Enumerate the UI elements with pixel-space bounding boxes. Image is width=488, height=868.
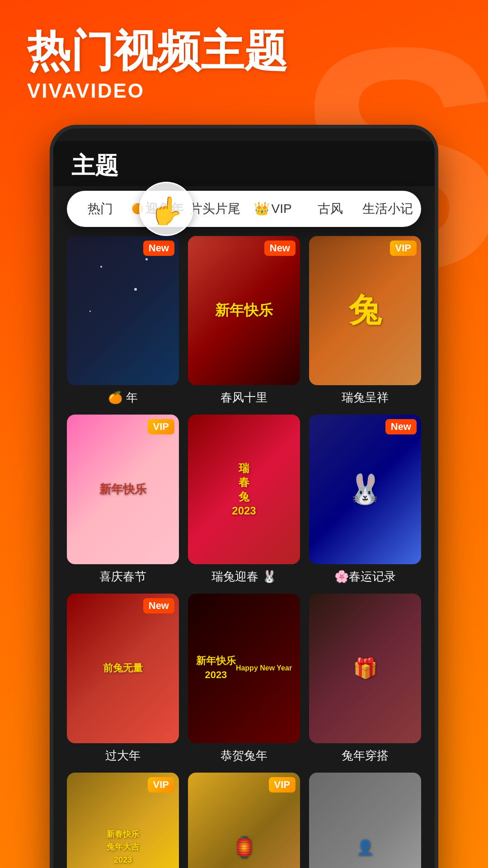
grid-item-12[interactable]: 👤 告别 2022 xyxy=(309,773,421,868)
item-label-8: 恭贺兔年 xyxy=(188,748,300,764)
grid-item-10[interactable]: 新春快乐兔年大吉2023 VIP 金兔贺岁 xyxy=(67,773,179,868)
tab-ancient[interactable]: 古风 xyxy=(301,191,359,227)
item-label-5: 瑞兔迎春 🐰 xyxy=(188,569,300,585)
tab-rabbit-icon: 🟠 xyxy=(131,203,144,215)
thumbnail-7: 前兔无量 New xyxy=(67,594,179,743)
grid-item-1[interactable]: New 🍊 年 xyxy=(67,236,179,406)
thumb-text-6: 🐰 xyxy=(309,415,421,564)
phone-inner: 主题 热门 🟠 迎兔年 片头片尾 👑 xyxy=(53,141,435,868)
tab-bar-wrapper: 热门 🟠 迎兔年 片头片尾 👑 VIP 古风 xyxy=(67,191,421,227)
badge-vip-3: VIP xyxy=(390,241,417,256)
item-label-7: 过大年 xyxy=(67,748,179,764)
thumb-text-7: 前兔无量 xyxy=(67,594,179,743)
thumbnail-2: 新年快乐 New xyxy=(188,236,300,386)
thumb-text-4: 新年快乐 xyxy=(67,415,179,564)
tab-intro-outro[interactable]: 片头片尾 xyxy=(187,191,244,227)
phone-frame: 主题 热门 🟠 迎兔年 片头片尾 👑 xyxy=(50,125,438,868)
item-label-3: 瑞兔呈祥 xyxy=(309,390,421,406)
thumb-text-12: 👤 xyxy=(309,773,421,868)
tab-rabbit-label: 迎兔年 xyxy=(145,200,183,217)
grid-item-5[interactable]: 瑞春兔2023 瑞兔迎春 🐰 xyxy=(188,415,300,585)
badge-vip-10: VIP xyxy=(148,777,174,793)
item-label-9: 兔年穿搭 xyxy=(309,748,421,764)
thumbnail-3: 兔 VIP xyxy=(309,236,421,386)
grid-item-9[interactable]: 🎁 兔年穿搭 xyxy=(309,594,421,764)
thumbnail-12: 👤 xyxy=(309,773,421,868)
thumbnail-10: 新春快乐兔年大吉2023 VIP xyxy=(67,773,179,868)
page-title: 主题 xyxy=(71,150,417,182)
item-label-6: 🌸春运记录 xyxy=(309,569,421,585)
brand-name: VIVAVIDEO xyxy=(27,80,461,102)
thumbnail-8: 新年快乐2023Happy New Year xyxy=(188,594,300,743)
grid-item-7[interactable]: 前兔无量 New 过大年 xyxy=(67,594,179,764)
tab-section: 热门 🟠 迎兔年 片头片尾 👑 VIP 古风 xyxy=(58,191,430,227)
grid-item-3[interactable]: 兔 VIP 瑞兔呈祥 xyxy=(309,236,421,406)
thumbnail-5: 瑞春兔2023 xyxy=(188,415,300,564)
thumb-text-8: 新年快乐2023Happy New Year xyxy=(188,594,300,743)
content-area: New 🍊 年 新年快乐 New 春风十里 兔 VIP xyxy=(53,227,435,868)
badge-new-2: New xyxy=(264,241,296,256)
badge-vip-4: VIP xyxy=(148,419,174,434)
tab-ancient-label: 古风 xyxy=(318,200,343,217)
tab-hot[interactable]: 热门 xyxy=(71,191,129,227)
grid-item-2[interactable]: 新年快乐 New 春风十里 xyxy=(188,236,300,406)
vip-crown-icon: 👑 xyxy=(254,201,270,216)
thumb-text-5: 瑞春兔2023 xyxy=(188,415,300,564)
thumb-text-9: 🎁 xyxy=(309,594,421,743)
thumbnail-1: New xyxy=(67,236,179,386)
tab-vip[interactable]: 👑 VIP xyxy=(244,191,301,227)
tab-bar: 热门 🟠 迎兔年 片头片尾 👑 VIP 古风 xyxy=(71,191,417,227)
tab-life[interactable]: 生活小记 xyxy=(359,191,417,227)
thumb-text-2: 新年快乐 xyxy=(188,236,300,386)
fireworks-decoration xyxy=(67,236,179,386)
item-label-4: 喜庆春节 xyxy=(67,569,179,585)
tab-life-label: 生活小记 xyxy=(362,200,413,217)
badge-new-6: New xyxy=(385,419,417,434)
phone-notch xyxy=(199,128,289,141)
page-header: 主题 xyxy=(53,141,435,186)
grid-item-6[interactable]: 🐰 New 🌸春运记录 xyxy=(309,415,421,585)
badge-new-7: New xyxy=(143,598,174,613)
main-title: 热门视频主题 xyxy=(27,27,461,75)
badge-new-1: New xyxy=(143,241,174,256)
thumb-text-3: 兔 xyxy=(309,236,421,386)
thumbnail-grid: New 🍊 年 新年快乐 New 春风十里 兔 VIP xyxy=(67,236,421,868)
tab-hot-label: 热门 xyxy=(88,200,113,217)
thumbnail-9: 🎁 xyxy=(309,594,421,743)
grid-item-4[interactable]: 新年快乐 VIP 喜庆春节 xyxy=(67,415,179,585)
thumbnail-6: 🐰 New xyxy=(309,415,421,564)
header-area: 热门视频主题 VIVAVIDEO xyxy=(0,0,488,116)
badge-vip-11: VIP xyxy=(269,777,296,793)
thumbnail-11: 🏮 VIP xyxy=(188,773,300,868)
tab-vip-label: VIP xyxy=(272,202,292,216)
item-label-1: 🍊 年 xyxy=(67,390,179,406)
tab-rabbit-year[interactable]: 🟠 迎兔年 xyxy=(129,191,186,227)
item-label-2: 春风十里 xyxy=(188,390,300,406)
thumbnail-4: 新年快乐 VIP xyxy=(67,415,179,564)
grid-item-8[interactable]: 新年快乐2023Happy New Year 恭贺兔年 xyxy=(188,594,300,764)
tab-intro-outro-label: 片头片尾 xyxy=(190,200,240,217)
grid-item-11[interactable]: 🏮 VIP 挂灯笼啰！ xyxy=(188,773,300,868)
